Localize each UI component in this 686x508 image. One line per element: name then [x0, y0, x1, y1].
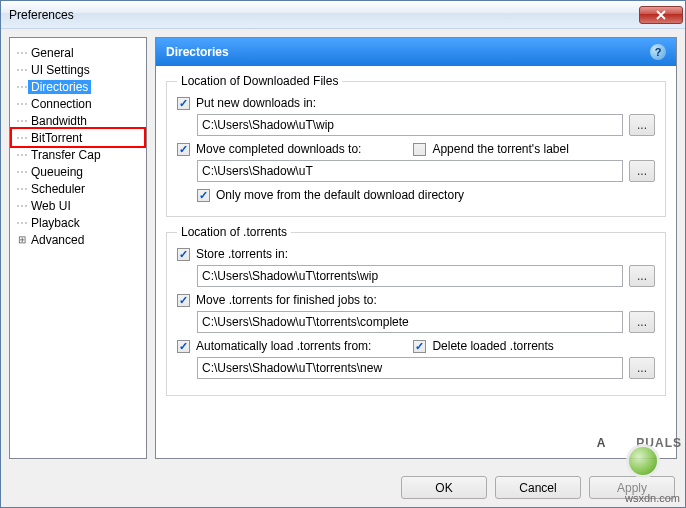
label-put-new-downloads[interactable]: Put new downloads in:: [196, 96, 316, 110]
checkbox-move-finished[interactable]: [177, 294, 190, 307]
sidebar-item-label: Web UI: [28, 199, 74, 213]
tree-node-icon: ⋯: [16, 165, 28, 179]
checkbox-only-move[interactable]: [197, 189, 210, 202]
browse-button-move-finished[interactable]: ...: [629, 311, 655, 333]
browse-button-put-new[interactable]: ...: [629, 114, 655, 136]
row-put-new-path: C:\Users\Shadow\uT\wip ...: [197, 114, 655, 136]
row-auto-load-path: C:\Users\Shadow\uT\torrents\new ...: [197, 357, 655, 379]
tree-node-icon: ⋯: [16, 80, 28, 94]
close-button[interactable]: [639, 6, 683, 24]
row-only-move: Only move from the default download dire…: [197, 188, 655, 202]
checkbox-delete-loaded[interactable]: [413, 340, 426, 353]
help-button[interactable]: ?: [650, 44, 666, 60]
input-move-completed[interactable]: C:\Users\Shadow\uT: [197, 160, 623, 182]
sidebar-item-advanced[interactable]: ⊞Advanced: [12, 231, 144, 248]
sidebar-item-directories[interactable]: ⋯Directories: [12, 78, 144, 95]
label-move-finished[interactable]: Move .torrents for finished jobs to:: [196, 293, 377, 307]
sidebar-item-label: UI Settings: [28, 63, 93, 77]
checkbox-store-torrents[interactable]: [177, 248, 190, 261]
sidebar-item-bittorrent[interactable]: ⋯BitTorrent: [12, 129, 144, 146]
sidebar-item-bandwidth[interactable]: ⋯Bandwidth: [12, 112, 144, 129]
row-put-new-downloads: Put new downloads in:: [177, 96, 655, 110]
dialog-body: ⋯General ⋯UI Settings ⋯Directories ⋯Conn…: [1, 29, 685, 467]
sidebar-item-label: Bandwidth: [28, 114, 90, 128]
browse-button-auto-load[interactable]: ...: [629, 357, 655, 379]
sidebar-item-queueing[interactable]: ⋯Queueing: [12, 163, 144, 180]
sidebar-item-label: General: [28, 46, 77, 60]
panel-title: Directories: [166, 45, 229, 59]
browse-button-store-torrents[interactable]: ...: [629, 265, 655, 287]
tree-node-icon: ⋯: [16, 148, 28, 162]
sidebar-item-general[interactable]: ⋯General: [12, 44, 144, 61]
sidebar-item-label: Queueing: [28, 165, 86, 179]
preferences-window: Preferences ⋯General ⋯UI Settings ⋯Direc…: [0, 0, 686, 508]
row-move-completed: Move completed downloads to: Append the …: [177, 142, 655, 156]
label-auto-load[interactable]: Automatically load .torrents from:: [196, 339, 371, 353]
sidebar-item-scheduler[interactable]: ⋯Scheduler: [12, 180, 144, 197]
tree-node-icon: ⋯: [16, 199, 28, 213]
sidebar-item-label: Scheduler: [28, 182, 88, 196]
titlebar: Preferences: [1, 1, 685, 29]
checkbox-append-label[interactable]: [413, 143, 426, 156]
window-title: Preferences: [9, 8, 639, 22]
label-store-torrents[interactable]: Store .torrents in:: [196, 247, 288, 261]
sidebar-item-label: Playback: [28, 216, 83, 230]
tree-node-icon: ⋯: [16, 182, 28, 196]
tree-node-icon: ⋯: [16, 114, 28, 128]
category-tree[interactable]: ⋯General ⋯UI Settings ⋯Directories ⋯Conn…: [9, 37, 147, 459]
expand-icon[interactable]: ⊞: [16, 235, 28, 245]
label-only-move[interactable]: Only move from the default download dire…: [216, 188, 464, 202]
label-delete-loaded[interactable]: Delete loaded .torrents: [432, 339, 553, 353]
label-move-completed[interactable]: Move completed downloads to:: [196, 142, 361, 156]
group-downloaded-files: Location of Downloaded Files Put new dow…: [166, 74, 666, 217]
input-store-torrents[interactable]: C:\Users\Shadow\uT\torrents\wip: [197, 265, 623, 287]
sidebar-item-transfer-cap[interactable]: ⋯Transfer Cap: [12, 146, 144, 163]
cancel-button[interactable]: Cancel: [495, 476, 581, 499]
tree-node-icon: ⋯: [16, 97, 28, 111]
dialog-buttons: OK Cancel Apply: [1, 467, 685, 507]
row-move-finished: Move .torrents for finished jobs to:: [177, 293, 655, 307]
tree-node-icon: ⋯: [16, 46, 28, 60]
group-torrents-location: Location of .torrents Store .torrents in…: [166, 225, 666, 396]
row-move-completed-path: C:\Users\Shadow\uT ...: [197, 160, 655, 182]
group-legend: Location of .torrents: [177, 225, 291, 239]
checkbox-auto-load[interactable]: [177, 340, 190, 353]
sidebar-item-label: Connection: [28, 97, 95, 111]
sidebar-item-label: Directories: [28, 80, 91, 94]
sidebar-item-connection[interactable]: ⋯Connection: [12, 95, 144, 112]
sidebar-item-ui-settings[interactable]: ⋯UI Settings: [12, 61, 144, 78]
sidebar-item-label: Transfer Cap: [28, 148, 104, 162]
ok-button[interactable]: OK: [401, 476, 487, 499]
content-panel: Directories ? Location of Downloaded Fil…: [155, 37, 677, 459]
browse-button-move-completed[interactable]: ...: [629, 160, 655, 182]
input-auto-load[interactable]: C:\Users\Shadow\uT\torrents\new: [197, 357, 623, 379]
row-move-finished-path: C:\Users\Shadow\uT\torrents\complete ...: [197, 311, 655, 333]
checkbox-put-new-downloads[interactable]: [177, 97, 190, 110]
apply-button[interactable]: Apply: [589, 476, 675, 499]
close-icon: [656, 10, 666, 20]
input-move-finished[interactable]: C:\Users\Shadow\uT\torrents\complete: [197, 311, 623, 333]
tree-node-icon: ⋯: [16, 131, 28, 145]
checkbox-move-completed[interactable]: [177, 143, 190, 156]
sidebar-item-web-ui[interactable]: ⋯Web UI: [12, 197, 144, 214]
panel-header: Directories ?: [156, 38, 676, 66]
row-store-torrents: Store .torrents in:: [177, 247, 655, 261]
panel-body: Location of Downloaded Files Put new dow…: [156, 66, 676, 458]
input-put-new-downloads[interactable]: C:\Users\Shadow\uT\wip: [197, 114, 623, 136]
sidebar-item-label: BitTorrent: [28, 131, 85, 145]
label-append-label[interactable]: Append the torrent's label: [432, 142, 568, 156]
tree-node-icon: ⋯: [16, 216, 28, 230]
row-auto-load: Automatically load .torrents from: Delet…: [177, 339, 655, 353]
sidebar-item-playback[interactable]: ⋯Playback: [12, 214, 144, 231]
tree-node-icon: ⋯: [16, 63, 28, 77]
row-store-torrents-path: C:\Users\Shadow\uT\torrents\wip ...: [197, 265, 655, 287]
sidebar-item-label: Advanced: [28, 233, 87, 247]
group-legend: Location of Downloaded Files: [177, 74, 342, 88]
